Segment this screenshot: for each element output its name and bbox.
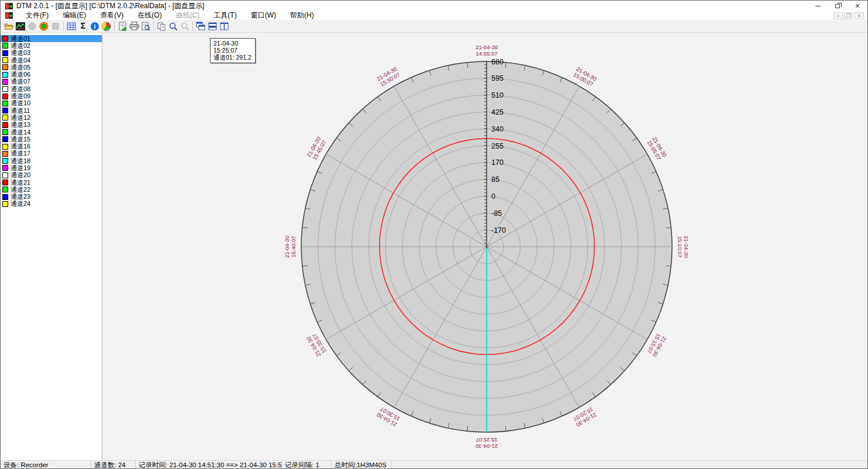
channel-color-swatch	[2, 57, 8, 63]
svg-text:0: 0	[491, 192, 495, 201]
channel-color-swatch	[2, 64, 8, 70]
channel-color-swatch	[2, 50, 8, 56]
close-button[interactable]: ✕	[848, 1, 867, 11]
channel-color-swatch	[2, 158, 8, 164]
minimize-button[interactable]	[808, 1, 828, 11]
menu-item[interactable]: 在线(O)	[130, 11, 168, 20]
menu-item[interactable]: 查看(V)	[93, 11, 130, 20]
menu-item[interactable]: 编辑(E)	[56, 11, 93, 20]
channel-color-swatch	[2, 108, 8, 113]
open-folder-icon[interactable]	[3, 20, 15, 32]
channel-color-swatch	[2, 194, 8, 200]
copy-icon[interactable]	[156, 20, 167, 32]
channel-color-swatch	[2, 115, 8, 120]
svg-text:15:25:07: 15:25:07	[476, 437, 498, 443]
restore-button[interactable]	[828, 1, 848, 11]
toolbar-separator	[153, 22, 154, 31]
channel-color-swatch	[2, 144, 8, 150]
svg-text:15:10:07: 15:10:07	[677, 236, 683, 258]
channel-label: 通道24	[11, 199, 30, 208]
mdi-close-button[interactable]: ×	[855, 12, 864, 19]
main-area: 通道01通道02通道03通道04通道05通道06通道07通道08通道09通道10…	[1, 33, 868, 460]
channel-color-swatch	[2, 36, 8, 42]
tile-vertical-icon[interactable]	[218, 20, 230, 32]
mdi-minimize-button[interactable]: –	[833, 12, 843, 19]
tile-horizontal-icon[interactable]	[206, 20, 218, 32]
channel-color-swatch	[2, 79, 8, 85]
svg-text:21-04-30: 21-04-30	[476, 443, 498, 450]
svg-text:340: 340	[491, 125, 504, 133]
channel-color-swatch	[2, 94, 8, 99]
channel-color-swatch	[2, 43, 8, 49]
stop-icon	[50, 20, 61, 32]
chart-area: -170-8508517025534042551059568021-04-301…	[103, 33, 868, 460]
mdi-restore-button[interactable]: ❐	[844, 12, 853, 19]
menu-bar: 文件(F)编辑(E)查看(V)在线(O)曲线(C)工具(T)窗口(W)帮助(H)…	[1, 11, 867, 20]
channel-color-swatch	[2, 122, 8, 128]
close-icon: ✕	[855, 2, 860, 10]
toolbar-separator	[192, 22, 193, 31]
channel-list: 通道01通道02通道03通道04通道05通道06通道07通道08通道09通道10…	[1, 33, 102, 460]
menu-item[interactable]: 文件(F)	[19, 11, 56, 20]
menu-item[interactable]: 窗口(W)	[244, 11, 283, 20]
menu-item[interactable]: 帮助(H)	[283, 11, 321, 20]
channel-color-swatch	[2, 72, 8, 78]
svg-text:i: i	[94, 23, 95, 30]
channel-color-swatch	[2, 101, 8, 106]
window-title: DTM 2.0.1 - [圆盘显示] [C:\DTM 2.0.2\RealDat…	[16, 1, 204, 11]
mdi-document-icon[interactable]	[5, 12, 13, 19]
app-icon	[5, 3, 13, 9]
svg-text:21-04-30: 21-04-30	[683, 236, 690, 258]
toolbar-separator	[114, 22, 115, 31]
minimize-icon	[815, 6, 821, 6]
channel-color-swatch	[2, 86, 8, 92]
status-segment: 记录间隔: 1	[282, 461, 332, 469]
svg-text:85: 85	[491, 175, 500, 184]
record-icon	[26, 20, 38, 32]
svg-text:15:40:07: 15:40:07	[290, 236, 297, 258]
channel-item[interactable]: 通道24	[1, 201, 102, 208]
svg-text:595: 595	[491, 74, 504, 82]
print-preview-icon[interactable]	[140, 20, 151, 32]
tooltip-time: 15:25:07	[213, 47, 252, 54]
restore-icon	[835, 4, 840, 8]
channel-color-swatch	[2, 165, 8, 171]
status-segment: 设备: Recorder	[1, 461, 91, 469]
svg-text:255: 255	[491, 142, 504, 150]
svg-text:425: 425	[491, 108, 504, 116]
zoom-icon[interactable]	[167, 20, 179, 32]
app-window: DTM 2.0.1 - [圆盘显示] [C:\DTM 2.0.2\RealDat…	[0, 0, 868, 469]
svg-text:21-04-30: 21-04-30	[284, 236, 290, 258]
cascade-windows-icon[interactable]	[195, 20, 206, 32]
data-table-icon[interactable]	[66, 20, 77, 32]
tooltip-date: 21-04-30	[213, 40, 252, 47]
svg-text:14:55:07: 14:55:07	[476, 50, 498, 57]
export-icon[interactable]	[116, 20, 128, 32]
channel-color-swatch	[2, 136, 8, 142]
menu-items: 文件(F)编辑(E)查看(V)在线(O)曲线(C)工具(T)窗口(W)帮助(H)	[19, 11, 321, 20]
pie-chart-icon[interactable]	[101, 20, 112, 32]
print-icon[interactable]	[128, 20, 140, 32]
cursor-tooltip: 21-04-30 15:25:07 通道01: 291.2	[210, 38, 256, 63]
status-segment: 记录时间: 21-04-30 14:51:30 ==> 21-04-30 15:…	[136, 461, 282, 469]
channel-color-swatch	[2, 151, 8, 157]
status-segment: 总时间:1H3M40S	[332, 461, 391, 469]
svg-text:21-04-30: 21-04-30	[476, 44, 498, 50]
run-icon[interactable]	[38, 20, 50, 32]
menu-item[interactable]: 工具(T)	[206, 11, 243, 20]
channel-color-swatch	[2, 187, 8, 192]
title-bar: DTM 2.0.1 - [圆盘显示] [C:\DTM 2.0.2\RealDat…	[1, 1, 867, 11]
tooltip-value: 通道01: 291.2	[213, 54, 252, 61]
polar-dial-chart[interactable]: -170-8508517025534042551059568021-04-301…	[103, 33, 868, 460]
trend-chart-icon[interactable]	[15, 20, 26, 32]
svg-text:-85: -85	[491, 209, 502, 218]
channel-color-swatch	[2, 201, 8, 207]
info-icon[interactable]: i	[89, 20, 101, 32]
svg-text:-170: -170	[491, 226, 506, 235]
svg-text:Σ: Σ	[81, 22, 85, 30]
channel-color-swatch	[2, 173, 8, 178]
sigma-icon[interactable]: Σ	[77, 20, 89, 32]
status-bar: 设备: Recorder通道数: 24记录时间: 21-04-30 14:51:…	[1, 460, 867, 469]
zoom-disabled-icon	[179, 20, 191, 32]
menu-item: 曲线(C)	[169, 11, 207, 20]
